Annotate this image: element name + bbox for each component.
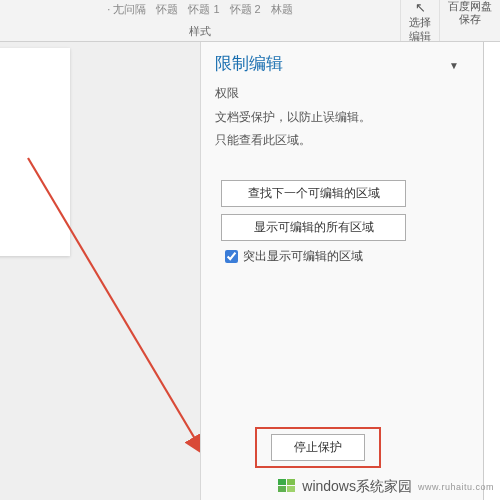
annotation-highlight-box: 停止保护 — [255, 427, 381, 468]
checkbox-label: 突出显示可编辑的区域 — [243, 248, 363, 265]
watermark: windows系统家园 www.ruhaitu.com — [278, 478, 494, 496]
watermark-brand: windows系统家园 — [302, 478, 412, 496]
style-item[interactable]: 怀题 — [156, 2, 178, 17]
panel-title: 限制编辑 — [215, 52, 469, 75]
baidu-save-button[interactable]: 百度网盘 保存 — [448, 0, 492, 26]
document-area — [0, 42, 200, 500]
highlight-editable-checkbox-row[interactable]: 突出显示可编辑的区域 — [221, 248, 363, 265]
panel-dropdown-icon[interactable]: ▼ — [449, 60, 459, 71]
style-item[interactable]: 林题 — [271, 2, 293, 17]
show-all-editable-button[interactable]: 显示可编辑的所有区域 — [221, 214, 406, 241]
style-item[interactable]: 怀题 1 — [188, 2, 219, 17]
scrollbar-area[interactable] — [484, 42, 500, 500]
watermark-url: www.ruhaitu.com — [418, 482, 494, 492]
find-next-editable-button[interactable]: 查找下一个可编辑的区域 — [221, 180, 406, 207]
panel-section-label: 权限 — [215, 85, 469, 102]
watermark-logo-icon — [278, 479, 298, 495]
restrict-editing-panel: ▼ 限制编辑 权限 文档受保护，以防止误编辑。 只能查看此区域。 查找下一个可编… — [200, 42, 484, 500]
highlight-editable-checkbox[interactable] — [225, 250, 238, 263]
stop-protection-button[interactable]: 停止保护 — [271, 434, 365, 461]
styles-group-label: 样式 — [189, 24, 211, 41]
panel-text: 只能查看此区域。 — [215, 131, 469, 150]
panel-text: 文档受保护，以防止误编辑。 — [215, 108, 469, 127]
style-item[interactable]: 怀题 2 — [230, 2, 261, 17]
select-button[interactable]: ↖ 选择 — [409, 0, 431, 29]
style-item[interactable]: · 尢问隔 — [107, 2, 146, 17]
document-page[interactable] — [0, 48, 70, 256]
